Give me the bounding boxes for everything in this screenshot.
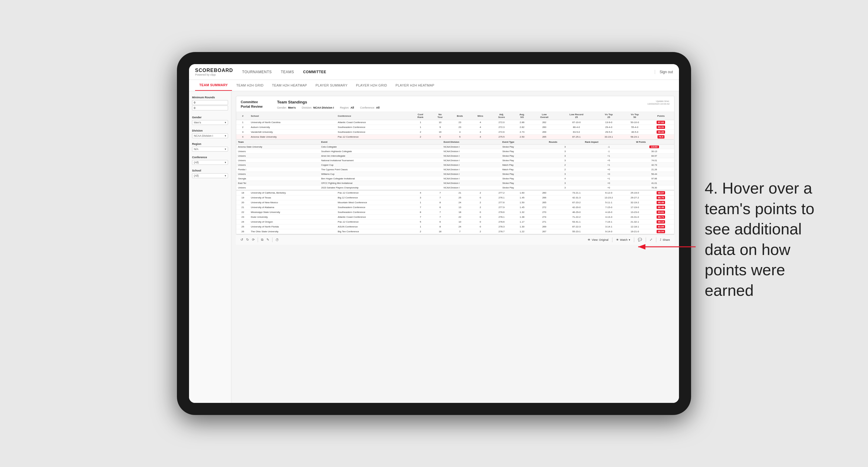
cell-conf-rank: 1 — [410, 125, 431, 130]
sign-out-button[interactable]: Sign out — [655, 70, 673, 74]
cell-wins: 4 — [470, 134, 490, 139]
sidebar-value-region[interactable]: N/A ▾ — [192, 147, 228, 152]
table-row[interactable]: 3 Vanderbilt University Southeastern Con… — [236, 130, 674, 134]
popup-header-row: Team Event Event Division Event Type Rou… — [236, 140, 674, 145]
nav-tournaments[interactable]: TOURNAMENTS — [242, 69, 272, 75]
popup-cell-team: Univers — [236, 163, 319, 167]
cell-conference: Pac-12 Conference — [336, 191, 410, 195]
watch-icon: 👁 — [616, 238, 619, 241]
watch-label: Watch — [620, 238, 627, 241]
cell-low-overall: 265 — [531, 134, 557, 139]
popup-cell-event-div: NCAA Division I — [442, 163, 500, 167]
watch-button[interactable]: 👁 Watch ▾ — [616, 238, 630, 241]
clock-icon[interactable]: ⏱ — [276, 238, 279, 242]
edit-icon[interactable]: ✎ — [267, 238, 269, 242]
chevron-down-icon: ▾ — [225, 121, 226, 124]
filter-division: Division: NCAA Division I — [302, 106, 334, 109]
popup-table: Team Event Event Division Event Type Rou… — [236, 140, 674, 190]
outer-wrapper: SCOREBOARD Powered by clipp TOURNAMENTS … — [0, 0, 868, 467]
subnav-player-summary[interactable]: PLAYER SUMMARY — [311, 80, 352, 91]
cell-points[interactable]: 79.5 — [648, 134, 674, 139]
subnav-team-h2h-grid[interactable]: TEAM H2H GRID — [232, 80, 268, 91]
cell-points[interactable]: 97.02 — [648, 120, 674, 125]
cell-no-tour: 9 — [431, 134, 450, 139]
subnav-player-h2h-heatmap[interactable]: PLAYER H2H HEATMAP — [391, 80, 438, 91]
table-row[interactable]: 23 Duke University Atlantic Coast Confer… — [236, 215, 674, 220]
sidebar-section-school: School (All) ▾ — [192, 169, 228, 178]
sub-nav: TEAM SUMMARY TEAM H2H GRID TEAM H2H HEAT… — [189, 80, 679, 91]
sidebar-section-region: Region N/A ▾ — [192, 143, 228, 152]
popup-cell-team: Arizona State University — [236, 145, 319, 149]
subnav-team-summary[interactable]: TEAM SUMMARY — [195, 80, 232, 91]
popup-cell-event-type: Stroke Play — [500, 145, 547, 149]
th-low-record-25: Low Record25 — [557, 112, 596, 120]
cell-points[interactable]: 93.31 — [648, 125, 674, 130]
sidebar-input-min-rounds-2[interactable] — [192, 105, 228, 111]
filter-conference-value: All — [376, 106, 379, 109]
table-row[interactable]: 24 University of Oregon Pac-12 Conferenc… — [236, 220, 674, 224]
cell-low-overall: 262 — [531, 120, 557, 125]
sidebar-section-conference: Conference (All) ▾ — [192, 156, 228, 165]
nav-teams[interactable]: TEAMS — [281, 69, 294, 75]
popup-cell-rounds: 2 — [547, 163, 583, 167]
cell-points[interactable]: 90.20 — [648, 130, 674, 134]
filter-region-label: Region: — [340, 106, 349, 109]
table-row[interactable]: 26 The Ohio State University Big Ten Con… — [236, 229, 674, 234]
table-row[interactable]: 20 University of New Mexico Mountain Wes… — [236, 200, 674, 205]
cell-vs-25: 33-19-1 — [596, 134, 622, 139]
cell-low-record: 67-10-0 — [557, 120, 596, 125]
sidebar-label-gender: Gender — [192, 116, 228, 119]
subnav-team-h2h-heatmap[interactable]: TEAM H2H HEATMAP — [268, 80, 311, 91]
sidebar-value-conference[interactable]: (All) ▾ — [192, 160, 228, 165]
sidebar-value-school[interactable]: (All) ▾ — [192, 173, 228, 178]
popup-data-row: Georgia Ben Hogan Collegiate Invitationa… — [236, 176, 674, 181]
view-icon: 👁 — [588, 238, 590, 241]
th-bnds: Bnds — [450, 112, 470, 120]
table-row-highlighted[interactable]: 4 Arizona State University Pac-12 Confer… — [236, 134, 674, 139]
popup-cell-event-type: Stroke Play — [500, 172, 547, 176]
cell-adj-score: 272.0 — [490, 120, 513, 125]
popup-row-container: Team Event Event Division Event Type Rou… — [236, 139, 674, 191]
app-header: SCOREBOARD Powered by clipp TOURNAMENTS … — [189, 64, 679, 80]
table-row[interactable]: 22 Mississippi State University Southeas… — [236, 210, 674, 215]
redo-icon[interactable]: ↻ — [246, 238, 249, 242]
table-row[interactable]: 25 University of North Florida ASUN Conf… — [236, 224, 674, 229]
standings-title: Team Standings — [277, 100, 648, 104]
cell-conference: Southeastern Conference — [336, 125, 410, 130]
popup-cell-rank-impact: +1 — [583, 176, 634, 181]
annotation-container: 4. Hover over a team's points to see add… — [705, 178, 819, 301]
update-time: Update time:Update time: 13/03/2024 10:0… — [648, 100, 670, 105]
cell-no-tour: 9 — [431, 125, 450, 130]
popup-th-event-type: Event Type — [500, 140, 547, 145]
cell-school: Vanderbilt University — [249, 130, 336, 134]
toolbar-separator — [272, 238, 273, 242]
table-row[interactable]: 21 University of Alabama Southeastern Co… — [236, 205, 674, 210]
table-row[interactable]: 18 University of California, Berkeley Pa… — [236, 191, 674, 195]
popup-th-w-points: W Points — [634, 140, 674, 145]
filter-division-value: NCAA Division I — [313, 106, 334, 109]
subnav-player-h2h-grid[interactable]: PLAYER H2H GRID — [352, 80, 391, 91]
chevron-down-icon: ▾ — [225, 134, 226, 137]
popup-cell-rank-impact: -1 — [583, 149, 634, 154]
copy-icon[interactable]: ⧉ — [261, 238, 264, 242]
portal-title: CommitteePortal Review — [241, 100, 277, 109]
nav-committee[interactable]: COMMITTEE — [303, 69, 326, 75]
table-row[interactable]: 1 University of North Carolina Atlantic … — [236, 120, 674, 125]
table-row[interactable]: 19 University of Texas Big 12 Conference… — [236, 195, 674, 200]
sidebar-input-min-rounds[interactable] — [192, 100, 228, 105]
toolbar-separator — [612, 238, 613, 242]
th-points: Points — [648, 112, 674, 120]
view-original-button[interactable]: 👁 View: Original — [588, 238, 608, 241]
filter-gender-label: Gender: — [277, 106, 287, 109]
cell-school: Arizona State University — [249, 134, 336, 139]
th-low-overall: LowOverall — [531, 112, 557, 120]
chevron-down-icon: ▾ — [629, 238, 630, 241]
popup-cell-team: Florida I — [236, 167, 319, 172]
sidebar-value-gender[interactable]: Men's ▾ — [192, 120, 228, 125]
sidebar-value-division[interactable]: NCAA Division I ▾ — [192, 133, 228, 138]
table-row[interactable]: 2 Auburn University Southeastern Confere… — [236, 125, 674, 130]
tablet-screen: SCOREBOARD Powered by clipp TOURNAMENTS … — [189, 64, 679, 403]
refresh-icon[interactable]: ⟳ — [252, 238, 255, 242]
undo-icon[interactable]: ↺ — [241, 238, 243, 242]
red-arrow-svg — [635, 238, 695, 256]
